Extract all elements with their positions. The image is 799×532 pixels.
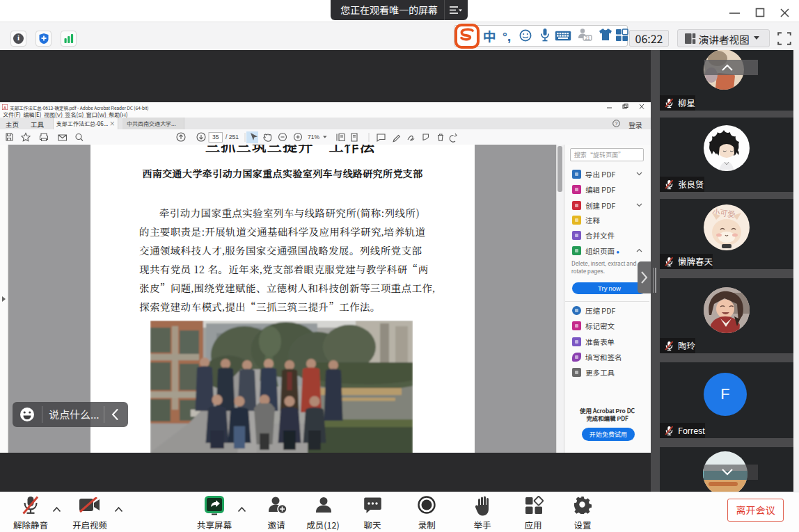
svg-text:/ 251: / 251 (226, 134, 239, 140)
svg-text:21: 21 (585, 34, 590, 41)
svg-text:A: A (3, 104, 6, 110)
svg-text:?: ? (615, 120, 618, 127)
svg-text:71%: 71% (308, 134, 319, 140)
svg-text:35: 35 (212, 134, 219, 140)
